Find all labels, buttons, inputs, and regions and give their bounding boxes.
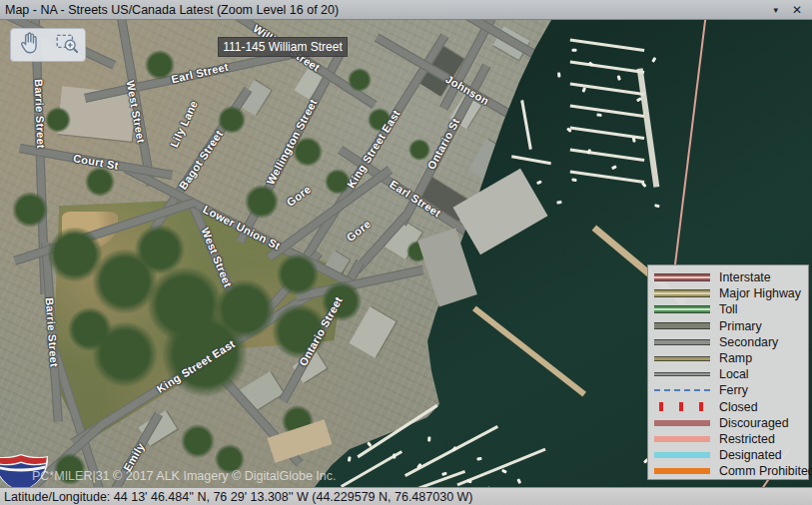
- legend-item: Discouraged: [648, 415, 808, 431]
- legend-swatch-solid: [654, 452, 710, 458]
- legend-item: Ferry: [648, 382, 808, 398]
- legend-swatch-interstate: [654, 273, 710, 281]
- legend-swatch-toll: [654, 305, 710, 313]
- boat: [557, 72, 560, 77]
- tree-cluster: [325, 169, 351, 195]
- legend-label: Primary: [719, 319, 762, 333]
- legend-item: Closed: [648, 399, 808, 415]
- legend-label: Designated: [719, 448, 782, 462]
- legend-label: Discouraged: [719, 416, 789, 430]
- map-window: Map - NA - Streets US/Canada Latest (Zoo…: [0, 0, 812, 505]
- legend-swatch-local: [654, 372, 710, 376]
- legend-label: Closed: [719, 400, 758, 414]
- pan-tool-button[interactable]: [15, 31, 45, 59]
- legend-swatch-solid: [654, 436, 710, 442]
- boat: [572, 49, 577, 52]
- latitude-longitude-readout: Latitude/Longitude: 44 13' 46.484'' N, 7…: [0, 490, 473, 504]
- legend-swatch-secondary: [654, 339, 710, 345]
- tree-cluster: [163, 312, 248, 397]
- tree-cluster: [181, 424, 215, 458]
- marquee-zoom-icon: [54, 30, 80, 60]
- street-label: Gore: [285, 183, 314, 209]
- tree-cluster: [368, 108, 392, 132]
- legend-label: Ramp: [719, 351, 752, 365]
- zoom-region-tool-button[interactable]: [52, 31, 82, 59]
- legend-label: Major Highway: [719, 286, 801, 300]
- legend-label: Comm Prohibited: [719, 464, 812, 478]
- boat: [428, 436, 431, 441]
- tree-cluster: [218, 106, 246, 134]
- tree-cluster: [245, 185, 279, 219]
- street-label: Gore: [345, 218, 374, 244]
- copyright-text: PC*MILER|31 © 2017 ALK Imagery © Digital…: [32, 469, 336, 483]
- legend-swatch-closed: [654, 402, 710, 411]
- map-legend: InterstateMajor HighwayTollPrimarySecond…: [647, 264, 809, 480]
- boat: [394, 453, 397, 458]
- legend-swatch-major: [654, 289, 710, 297]
- tree-cluster: [322, 281, 362, 321]
- legend-swatch-ramp: [654, 356, 710, 361]
- legend-swatch-ferry: [654, 389, 710, 391]
- title-controls: ▾ ✕: [773, 1, 812, 19]
- legend-item: Restricted: [648, 431, 808, 447]
- legend-item: Toll: [648, 301, 808, 317]
- legend-swatch-solid: [654, 468, 710, 474]
- tree-cluster: [145, 50, 175, 80]
- legend-item: Local: [648, 366, 808, 382]
- window-title: Map - NA - Streets US/Canada Latest (Zoo…: [0, 3, 339, 17]
- legend-label: Secondary: [719, 335, 778, 349]
- legend-item: Major Highway: [648, 285, 808, 301]
- legend-swatch-primary: [654, 322, 710, 329]
- status-bar: Latitude/Longitude: 44 13' 46.484'' N, 7…: [0, 487, 812, 505]
- map-toolbar: [10, 28, 86, 62]
- tree-cluster: [135, 225, 185, 274]
- title-bar: Map - NA - Streets US/Canada Latest (Zoo…: [0, 0, 812, 20]
- tree-cluster: [68, 307, 112, 351]
- legend-item: Secondary: [648, 334, 808, 350]
- address-tooltip: 111-145 William Street: [218, 37, 348, 57]
- legend-label: Interstate: [719, 270, 771, 284]
- tree-cluster: [293, 137, 323, 167]
- legend-label: Ferry: [719, 383, 748, 397]
- menu-chevron-down-icon[interactable]: ▾: [773, 1, 778, 19]
- tree-cluster: [408, 139, 430, 161]
- legend-item: Designated: [648, 447, 808, 463]
- tree-cluster: [45, 107, 71, 133]
- legend-label: Local: [719, 367, 749, 381]
- legend-item: Ramp: [648, 350, 808, 366]
- legend-item: Comm Prohibited: [648, 463, 808, 479]
- legend-item: Primary: [648, 318, 808, 334]
- tree-cluster: [85, 167, 115, 197]
- street-label: Lily Lane: [168, 99, 200, 150]
- boat: [596, 114, 601, 117]
- tree-cluster: [12, 192, 48, 228]
- legend-label: Restricted: [719, 432, 775, 446]
- close-icon[interactable]: ✕: [792, 1, 802, 19]
- legend-item: Interstate: [648, 269, 808, 285]
- tree-cluster: [348, 68, 372, 92]
- legend-swatch-solid: [654, 420, 710, 426]
- map-canvas[interactable]: Barrie StreetWest StreetEarl StreetLily …: [0, 20, 812, 487]
- tree-cluster: [273, 304, 328, 359]
- legend-label: Toll: [719, 302, 738, 316]
- hand-icon: [17, 30, 43, 60]
- tree-cluster: [277, 253, 319, 295]
